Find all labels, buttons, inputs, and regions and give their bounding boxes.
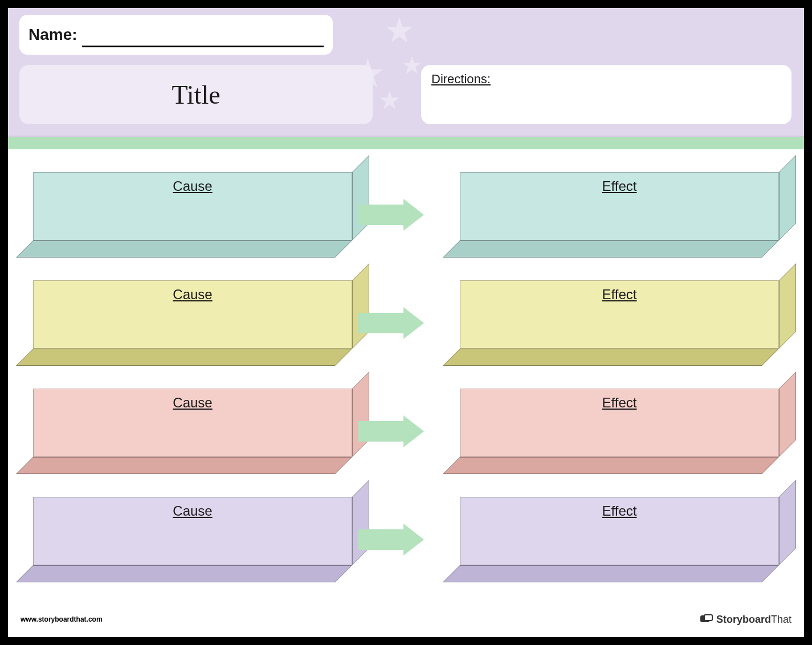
cause-effect-rows: Cause Effect Cause xyxy=(8,149,804,602)
title-field[interactable]: Title xyxy=(19,65,373,124)
star-icon: ★ xyxy=(401,54,423,77)
name-underline xyxy=(82,30,324,47)
effect-label: Effect xyxy=(460,389,779,457)
arrow-icon xyxy=(358,417,432,446)
cause-box[interactable]: Cause xyxy=(33,389,352,474)
divider-strip xyxy=(8,137,804,149)
header-area: ★ ★ ★ ★ Name: Title Directions: xyxy=(8,8,804,137)
storyboard-logo-icon xyxy=(700,614,713,624)
star-icon: ★ xyxy=(384,14,415,48)
footer: www.storyboardthat.com StoryboardThat xyxy=(16,612,796,629)
cause-effect-row: Cause Effect xyxy=(16,497,796,602)
arrow-icon xyxy=(358,201,432,229)
title-label: Title xyxy=(172,80,220,110)
cause-box[interactable]: Cause xyxy=(33,172,352,258)
footer-url: www.storyboardthat.com xyxy=(21,615,103,623)
effect-label: Effect xyxy=(460,497,779,565)
effect-box[interactable]: Effect xyxy=(460,172,779,258)
effect-box[interactable]: Effect xyxy=(460,389,779,474)
brand-bold: Storyboard xyxy=(716,614,771,625)
effect-box[interactable]: Effect xyxy=(460,280,779,366)
cause-label: Cause xyxy=(33,389,352,457)
footer-brand: StoryboardThat xyxy=(700,614,791,626)
effect-box[interactable]: Effect xyxy=(460,497,779,582)
name-label: Name: xyxy=(28,26,77,44)
directions-label: Directions: xyxy=(431,72,491,86)
cause-label: Cause xyxy=(33,497,352,565)
cause-effect-row: Cause Effect xyxy=(16,172,796,277)
brand-light: That xyxy=(771,614,791,625)
star-icon: ★ xyxy=(378,88,401,113)
effect-label: Effect xyxy=(460,172,779,240)
directions-field[interactable]: Directions: xyxy=(421,65,791,124)
cause-label: Cause xyxy=(33,280,352,349)
effect-label: Effect xyxy=(460,280,779,349)
cause-box[interactable]: Cause xyxy=(33,280,352,366)
worksheet-page: ★ ★ ★ ★ Name: Title Directions: Cause xyxy=(8,8,804,637)
cause-label: Cause xyxy=(33,172,352,240)
name-field[interactable]: Name: xyxy=(19,15,333,55)
arrow-icon xyxy=(358,309,432,337)
arrow-icon xyxy=(358,525,432,554)
cause-box[interactable]: Cause xyxy=(33,497,352,582)
cause-effect-row: Cause Effect xyxy=(16,280,796,385)
cause-effect-row: Cause Effect xyxy=(16,389,796,493)
